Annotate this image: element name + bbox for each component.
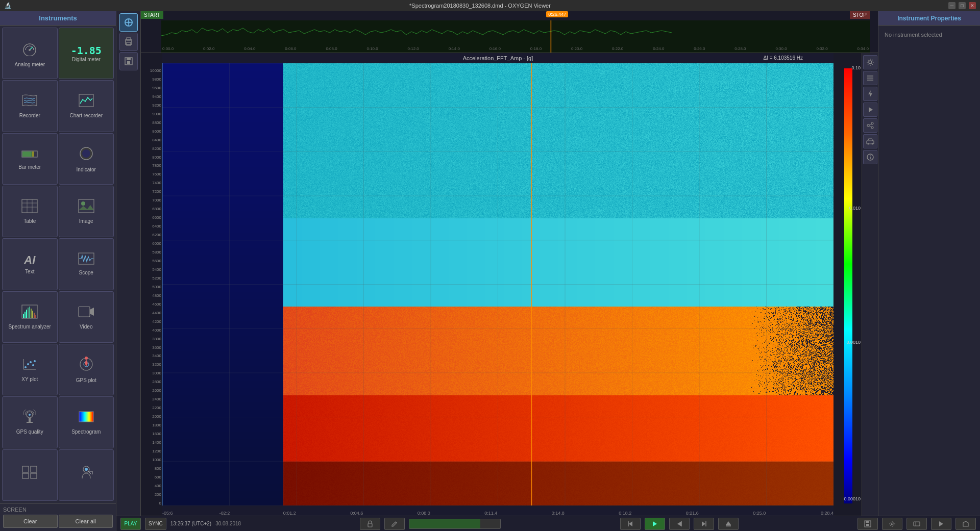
spectrogram-area: 10000 9800 9600 9400 9200 9000 8800 8600…	[141, 53, 878, 516]
instrument-table[interactable]: Table	[2, 186, 58, 237]
edit-button[interactable]	[384, 518, 405, 530]
freq-1200: 1200	[141, 449, 162, 453]
time-0060: 0:06.0	[285, 46, 296, 51]
lightning-button[interactable]	[863, 87, 877, 101]
spectrogram-label: Spectrogram	[71, 429, 101, 435]
bar-meter-icon	[21, 148, 38, 162]
freq-6600: 6600	[141, 215, 162, 220]
instrument-analog-meter[interactable]: Analog meter	[2, 28, 58, 79]
instrument-spectrum-analyzer[interactable]: Spectrum analyzer	[2, 291, 58, 343]
colorbar-area: 0.10 0.010 0.0010 0.00010	[834, 53, 862, 516]
freq-7200: 7200	[141, 189, 162, 194]
list-button[interactable]	[863, 71, 877, 85]
sync-status-button[interactable]: SYNC	[145, 518, 166, 530]
svg-rect-92	[914, 522, 920, 526]
text-icon: AI	[24, 254, 35, 267]
recorder-icon	[21, 93, 38, 111]
time-0180: 0:18.0	[530, 46, 542, 51]
play-position-marker[interactable]: 0:26.447	[546, 11, 568, 17]
clear-button[interactable]: Clear	[3, 515, 58, 528]
freq-6000: 6000	[141, 241, 162, 246]
car-button[interactable]	[863, 134, 877, 148]
save-icon	[124, 57, 133, 66]
svg-point-39	[29, 414, 31, 416]
instrument-gps-quality[interactable]: GPS quality	[2, 396, 58, 448]
instrument-image[interactable]: Image	[59, 186, 114, 237]
svg-marker-82	[677, 521, 681, 526]
settings-main-button[interactable]	[906, 518, 927, 530]
viewer-container: START 0:26.447 STOP	[141, 11, 878, 516]
instrument-text[interactable]: AI Text	[2, 238, 58, 290]
config-button[interactable]	[882, 518, 902, 530]
share-button[interactable]	[863, 118, 877, 133]
settings-button[interactable]	[863, 55, 877, 69]
clear-all-button[interactable]: Clear all	[59, 515, 113, 528]
waveform-overview[interactable]: 0:00.0 0:02.0 0:04.0 0:06.0 0:08.0 0:10.…	[161, 20, 870, 53]
colorbar-val-3: 0.0010	[846, 340, 861, 345]
stop-button[interactable]: STOP	[850, 11, 870, 19]
share-icon	[866, 121, 874, 130]
svg-point-31	[27, 363, 29, 365]
colorbar-svg	[844, 68, 852, 503]
play-icon	[651, 520, 658, 527]
svg-rect-47	[31, 473, 37, 478]
frequency-axis: 10000 9800 9600 9400 9200 9000 8800 8600…	[141, 53, 162, 516]
instrument-chart-recorder[interactable]: Chart recorder	[59, 80, 114, 132]
restore-button[interactable]: □	[959, 2, 966, 9]
tool-print-button[interactable]	[119, 33, 138, 51]
save-file-button[interactable]	[857, 518, 878, 530]
svg-rect-21	[28, 308, 29, 318]
tl-0012: 0:01.2	[283, 511, 296, 516]
screen-section: SCREEN Clear Clear all	[0, 503, 116, 531]
close-button[interactable]: ✕	[969, 2, 976, 9]
play-status-button[interactable]: PLAY	[120, 518, 141, 530]
tool-save-button[interactable]	[119, 52, 138, 70]
list-icon	[866, 74, 874, 82]
freq-5800: 5800	[141, 250, 162, 255]
time-0040: 0:04.0	[244, 46, 255, 51]
stop-transport-button[interactable]	[669, 518, 690, 530]
spectrogram-plot[interactable]: Acceleration_FFT_Amp - [g] Δf = 6.103516…	[162, 53, 834, 516]
freq-600: 600	[141, 475, 162, 479]
play-small-button[interactable]	[863, 103, 877, 117]
freq-8000: 8000	[141, 155, 162, 160]
svg-marker-86	[726, 521, 731, 525]
svg-point-74	[871, 143, 873, 145]
instrument-scope[interactable]: Scope	[59, 238, 114, 290]
instrument-recorder[interactable]: Recorder	[2, 80, 58, 132]
instrument-digital-meter[interactable]: -1.85 Digital meter	[59, 28, 114, 79]
instrument-xy-plot[interactable]: XY plot	[2, 344, 58, 395]
instrument-extra2[interactable]	[59, 449, 114, 501]
start-button[interactable]: START	[141, 11, 163, 19]
svg-rect-18	[23, 314, 24, 318]
jump-end-button[interactable]	[694, 518, 714, 530]
expand-button[interactable]	[955, 518, 976, 530]
eject-button[interactable]	[718, 518, 739, 530]
freq-2400: 2400	[141, 397, 162, 401]
svg-rect-26	[35, 315, 36, 318]
minimize-button[interactable]: ─	[948, 2, 955, 9]
time-0200: 0:20.0	[571, 46, 582, 51]
instrument-properties-panel: Instrument Properties No instrument sele…	[878, 11, 980, 516]
jump-start-button[interactable]	[620, 518, 641, 530]
instrument-properties-header: Instrument Properties	[878, 11, 980, 26]
arrow-right-button[interactable]	[931, 518, 951, 530]
instrument-gps-plot[interactable]: GPS plot	[59, 344, 114, 395]
info-button[interactable]	[863, 150, 877, 164]
instrument-bar-meter[interactable]: Bar meter	[2, 133, 58, 185]
lock-button[interactable]	[360, 518, 380, 530]
instrument-spectrogram[interactable]: Spectrogram	[59, 396, 114, 448]
svg-point-37	[85, 357, 88, 360]
play-pause-button[interactable]	[645, 518, 665, 530]
time-0100: 0:10.0	[366, 46, 378, 51]
svg-rect-45	[31, 466, 37, 472]
svg-marker-94	[939, 521, 943, 526]
instrument-extra1[interactable]	[2, 449, 58, 501]
svg-point-8	[82, 149, 90, 158]
playback-progress[interactable]	[409, 519, 501, 529]
time-0300: 0:30.0	[775, 46, 787, 51]
instrument-indicator[interactable]: Indicator	[59, 133, 114, 185]
gps-quality-label: GPS quality	[16, 429, 43, 435]
instrument-video[interactable]: Video	[59, 291, 114, 343]
tool-cursor-button[interactable]	[119, 13, 138, 32]
